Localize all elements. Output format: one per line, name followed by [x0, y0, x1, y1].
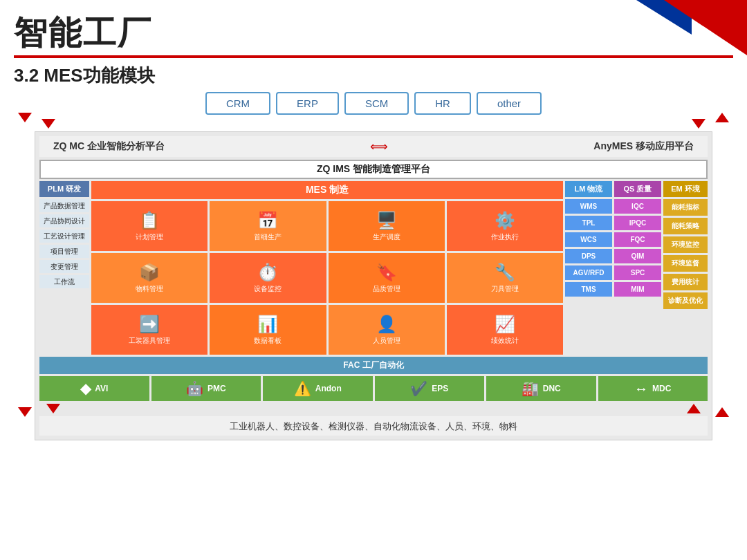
- mes-label-0: 计划管理: [136, 232, 163, 242]
- avi-cell-1: 🤖 PMC: [151, 376, 261, 401]
- bottom-left-arrow: [46, 404, 60, 413]
- em-cell-3: 环境监督: [663, 255, 708, 272]
- mes-label-11: 绩效统计: [491, 336, 519, 346]
- avi-label-0: AVI: [95, 384, 108, 393]
- top-section: CRM ERP SCM HR other ZQ MC 企业智能分析平台 ⟺ An…: [14, 92, 733, 440]
- avi-cell-0: ◆ AVI: [39, 376, 149, 401]
- main-content: CRM ERP SCM HR other ZQ MC 企业智能分析平台 ⟺ An…: [0, 92, 747, 440]
- em-cell-1: 能耗策略: [663, 218, 708, 234]
- mes-cell-3: ⚙️ 作业执行: [447, 201, 563, 251]
- mes-cell-7: 🔧 刀具管理: [447, 253, 563, 303]
- mes-diagram: ZQ MC 企业智能分析平台 ⟺ AnyMES 移动应用平台 ZQ IMS 智能…: [35, 131, 712, 440]
- mes-label-6: 品质管理: [373, 284, 400, 294]
- mes-icon-9: 📊: [257, 315, 278, 334]
- arrow-down-left: [42, 119, 55, 129]
- mes-label-5: 设备监控: [254, 284, 282, 294]
- connector-arrow-left: [42, 119, 55, 129]
- top-systems-row: CRM ERP SCM HR other: [35, 92, 712, 115]
- lr-arrow-icon: ⟺: [370, 139, 388, 154]
- arrow-down-right: [692, 119, 706, 129]
- section-title: 3.2 MES功能模块: [0, 58, 747, 92]
- mes-cell-4: 📦 物料管理: [91, 253, 208, 303]
- mes-label-7: 刀具管理: [491, 284, 519, 294]
- page-title: 智能工厂: [14, 11, 152, 55]
- system-crm: CRM: [205, 92, 270, 115]
- avi-icon-0: ◆: [80, 380, 91, 397]
- avi-label-3: EPS: [432, 384, 448, 393]
- mes-label-1: 首细生产: [254, 232, 282, 242]
- system-hr: HR: [414, 92, 471, 115]
- plm-cell-1: 产品数据管理: [39, 199, 89, 212]
- mes-icon-3: ⚙️: [495, 211, 515, 230]
- deco-red: [664, 0, 747, 55]
- mes-cell-11: 📈 绩效统计: [447, 305, 563, 355]
- arrow-up-icon-right: [715, 113, 729, 122]
- connector-arrow-right: [692, 119, 706, 129]
- qs-cell-5: MIM: [614, 282, 661, 297]
- mes-cell-2: 🖥️ 生产调度: [329, 201, 445, 251]
- lm-cell-2: WCS: [565, 232, 612, 247]
- em-cell-5: 诊断及优化: [663, 292, 708, 309]
- platform-left: ZQ MC 企业智能分析平台: [53, 140, 165, 153]
- plm-cell-5: 变更管理: [39, 260, 89, 273]
- qs-cell-2: FQC: [614, 232, 661, 247]
- mes-cell-6: 🔖 品质管理: [329, 253, 445, 303]
- bottom-bar: 工业机器人、数控设备、检测仪器、自动化物流设备、人员、环境、物料: [39, 416, 708, 436]
- mes-icon-1: 📅: [257, 211, 278, 230]
- mes-cell-9: 📊 数据看板: [210, 305, 326, 355]
- mes-cell-8: ➡️ 工装器具管理: [91, 305, 208, 355]
- avi-label-5: MDC: [652, 384, 671, 393]
- arrow-up-bottom-right: [687, 404, 701, 413]
- lm-column: LM 物流 WMS TPL WCS DPS AGV/RFD TMS: [565, 181, 612, 355]
- bottom-right-arrow: [687, 404, 701, 413]
- mes-icon-4: 📦: [139, 263, 160, 282]
- avi-label-2: Andon: [315, 384, 342, 393]
- avi-cell-2: ⚠️ Andon: [263, 376, 373, 401]
- avi-icon-3: ✔️: [410, 380, 427, 397]
- lm-cell-0: WMS: [565, 199, 612, 214]
- bottom-connector-row: [39, 404, 708, 413]
- header: 智能工厂: [0, 0, 747, 55]
- mes-header: MES 制造: [91, 181, 563, 199]
- left-arrow-down-bottom: [18, 407, 32, 420]
- platform-row: ZQ MC 企业智能分析平台 ⟺ AnyMES 移动应用平台: [39, 136, 708, 157]
- qs-cell-4: SPC: [614, 265, 661, 280]
- mes-label-2: 生产调度: [373, 232, 400, 242]
- arrow-up-icon-right-bottom: [715, 407, 729, 417]
- qs-header: QS 质量: [614, 181, 661, 197]
- em-column: EM 环境 能耗指标 能耗策略 环境监控 环境监督 费用统计 诊断及优化: [663, 181, 708, 355]
- avi-cell-4: 🏭 DNC: [486, 376, 596, 401]
- lm-cell-1: TPL: [565, 216, 612, 230]
- inner-body: PLM 研发 产品数据管理 产品协同设计 工艺设计管理 项目管理 变更管理 工作…: [39, 181, 708, 355]
- mes-icon-2: 🖥️: [376, 211, 397, 230]
- plm-column: PLM 研发 产品数据管理 产品协同设计 工艺设计管理 项目管理 变更管理 工作…: [39, 181, 89, 355]
- ims-title-bar: ZQ IMS 智能制造管理平台: [39, 160, 708, 179]
- plm-header: PLM 研发: [39, 181, 89, 197]
- qs-column: QS 质量 IQC IPQC FQC QIM SPC MIM: [614, 181, 661, 355]
- mes-center: MES 制造 📋 计划管理 📅 首细生产 🖥️ 生产调度: [91, 181, 563, 355]
- arrow-down-icon-left: [18, 113, 32, 122]
- arrow-down-icon-left-bottom: [18, 407, 32, 417]
- lm-cell-5: TMS: [565, 282, 612, 297]
- plm-cell-2: 产品协同设计: [39, 214, 89, 227]
- lm-cell-4: AGV/RFD: [565, 265, 612, 280]
- system-other: other: [477, 92, 542, 115]
- avi-icon-2: ⚠️: [294, 380, 311, 397]
- mes-icon-5: ⏱️: [257, 263, 278, 282]
- lm-header: LM 物流: [565, 181, 612, 197]
- qs-cell-0: IQC: [614, 199, 661, 214]
- mes-label-9: 数据看板: [254, 336, 282, 346]
- right-arrow-up-bottom: [715, 407, 729, 420]
- mes-icon-0: 📋: [139, 211, 160, 230]
- qs-cell-3: QIM: [614, 249, 661, 263]
- em-cell-0: 能耗指标: [663, 199, 708, 216]
- avi-icon-5: ↔️: [634, 381, 648, 397]
- right-arrow-up: [715, 113, 729, 125]
- left-arrow-down: [18, 113, 32, 125]
- avi-row: ◆ AVI 🤖 PMC ⚠️ Andon ✔️ EPS 🏭 DNC: [39, 376, 708, 401]
- em-header: EM 环境: [663, 181, 708, 197]
- mes-label-8: 工装器具管理: [129, 336, 170, 346]
- mes-icon-10: 👤: [376, 315, 397, 334]
- avi-label-1: PMC: [208, 384, 226, 393]
- avi-icon-4: 🏭: [522, 380, 539, 397]
